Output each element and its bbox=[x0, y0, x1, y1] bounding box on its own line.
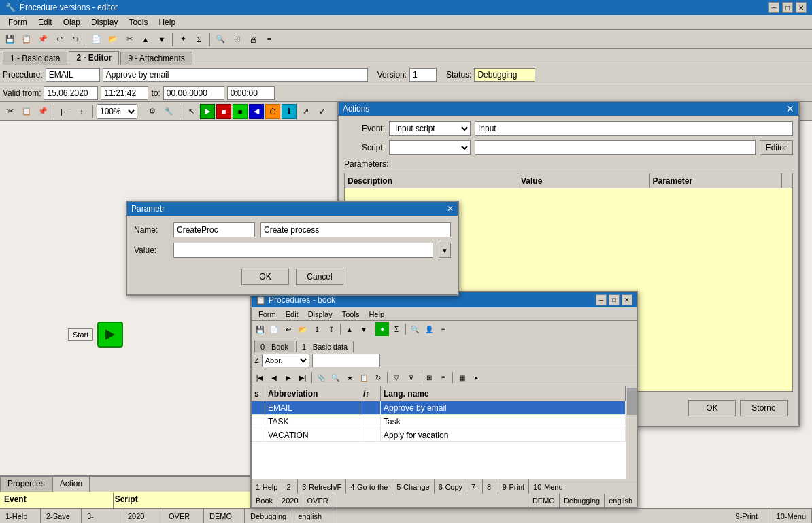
book-open-btn[interactable]: 📂 bbox=[296, 322, 309, 336]
book-status-refresh[interactable]: 3-Refresh/F bbox=[298, 479, 346, 494]
book-menu-form[interactable]: Form bbox=[254, 309, 280, 319]
book-status-2[interactable]: 2- bbox=[282, 479, 298, 494]
menu-olap[interactable]: Olap bbox=[58, 16, 86, 29]
book-export-btn[interactable]: ↥ bbox=[310, 322, 324, 336]
zoom-select[interactable]: 100% 75% 150% bbox=[97, 104, 137, 119]
menu-display[interactable]: Display bbox=[86, 16, 123, 29]
menu-tools[interactable]: Tools bbox=[123, 16, 153, 29]
book-status-menu[interactable]: 10-Menu bbox=[529, 479, 566, 494]
param-dropdown-button[interactable]: ▼ bbox=[439, 243, 451, 258]
start-play-node[interactable] bbox=[97, 322, 123, 348]
tool-special-1[interactable]: ✦ bbox=[175, 32, 190, 47]
info-btn[interactable]: ℹ bbox=[282, 104, 297, 119]
valid-to-time-input[interactable] bbox=[227, 86, 275, 100]
valid-to-date-input[interactable] bbox=[163, 86, 224, 100]
nav-filter-btn[interactable]: ▽ bbox=[390, 371, 403, 384]
param-description-input[interactable] bbox=[260, 222, 451, 237]
status-save[interactable]: 2-Save bbox=[41, 509, 82, 523]
save-button[interactable]: 💾 bbox=[3, 32, 18, 47]
book-status-8[interactable]: 8- bbox=[483, 479, 498, 494]
nav-sort-btn[interactable]: ⊞ bbox=[422, 371, 436, 384]
copy-editor-btn[interactable]: 📋 bbox=[19, 104, 34, 119]
book-menu-edit[interactable]: Edit bbox=[282, 309, 303, 319]
status-print[interactable]: 9-Print bbox=[730, 509, 771, 523]
paste-editor-btn[interactable]: 📌 bbox=[35, 104, 50, 119]
book-undo-btn[interactable]: ↩ bbox=[282, 322, 295, 336]
param-name-input[interactable] bbox=[173, 222, 255, 237]
tab-editor[interactable]: 2 - Editor bbox=[69, 51, 119, 65]
expand-btn[interactable]: ↗ bbox=[298, 104, 313, 119]
cut-button[interactable]: ✂ bbox=[122, 32, 137, 47]
book-green-btn[interactable]: ✦ bbox=[375, 322, 389, 336]
nav-filter2-btn[interactable]: ⊽ bbox=[404, 371, 418, 384]
param-value-input[interactable] bbox=[173, 243, 433, 258]
nav-grid-btn[interactable]: ▦ bbox=[455, 371, 469, 384]
minimize-button[interactable]: ─ bbox=[768, 2, 779, 13]
book-person-btn[interactable]: 👤 bbox=[422, 322, 436, 336]
actions-storno-button[interactable]: Storno bbox=[740, 400, 788, 416]
open-button[interactable]: 📂 bbox=[105, 32, 120, 47]
print-button[interactable]: 🖨 bbox=[246, 32, 260, 47]
event-input[interactable] bbox=[475, 121, 793, 136]
book-down-btn[interactable]: ▼ bbox=[357, 322, 371, 336]
play-btn[interactable]: ▶ bbox=[200, 104, 215, 119]
book-status-help[interactable]: 1-Help bbox=[252, 479, 282, 494]
params-scrollbar[interactable] bbox=[781, 173, 792, 188]
tab-basic-data[interactable]: 1 - Basic data bbox=[3, 52, 67, 65]
book-scrollbar[interactable] bbox=[626, 386, 637, 479]
nav-more-btn[interactable]: ▸ bbox=[469, 371, 483, 384]
book-close-btn[interactable]: ✕ bbox=[622, 294, 632, 305]
param-cancel-button[interactable]: Cancel bbox=[296, 269, 343, 285]
status-3[interactable]: 3- bbox=[82, 509, 122, 523]
valid-from-date-input[interactable] bbox=[44, 86, 98, 100]
status-input[interactable] bbox=[474, 68, 535, 82]
book-up-btn[interactable]: ▲ bbox=[343, 322, 356, 336]
book-save-btn[interactable]: 💾 bbox=[253, 322, 267, 336]
search-input[interactable] bbox=[312, 354, 380, 367]
maximize-button[interactable]: □ bbox=[782, 2, 793, 13]
cursor-btn[interactable]: ↖ bbox=[184, 104, 199, 119]
actions-close-button[interactable]: ✕ bbox=[786, 103, 794, 114]
nav-copy-btn[interactable]: 📋 bbox=[357, 371, 371, 384]
book-status-print[interactable]: 9-Print bbox=[498, 479, 529, 494]
book-tab-1[interactable]: 1 - Basic data bbox=[296, 341, 354, 352]
nav-star-btn[interactable]: ★ bbox=[343, 371, 356, 384]
cut-editor-btn[interactable]: ✂ bbox=[3, 104, 18, 119]
nav-prev-btn[interactable]: ◀ bbox=[267, 371, 281, 384]
filter-button[interactable]: ⊞ bbox=[229, 32, 244, 47]
nav-first-btn[interactable]: |◀ bbox=[253, 371, 267, 384]
undo-button[interactable]: ↩ bbox=[52, 32, 67, 47]
book-status-copy[interactable]: 6-Copy bbox=[435, 479, 467, 494]
nav-sort2-btn[interactable]: ≡ bbox=[437, 371, 450, 384]
nav-last-btn[interactable]: ▶| bbox=[296, 371, 309, 384]
indent2-btn[interactable]: ↕ bbox=[74, 104, 89, 119]
book-new-btn[interactable]: 📄 bbox=[267, 322, 281, 336]
copy-button[interactable]: 📋 bbox=[19, 32, 34, 47]
collapse-btn[interactable]: ↙ bbox=[314, 104, 329, 119]
book-list-btn[interactable]: ≡ bbox=[437, 322, 450, 336]
book-menu-tools[interactable]: Tools bbox=[338, 309, 364, 319]
list-button[interactable]: ≡ bbox=[262, 32, 277, 47]
version-input[interactable] bbox=[409, 68, 437, 82]
book-maximize-btn[interactable]: □ bbox=[609, 294, 620, 305]
procedure-name-input[interactable] bbox=[103, 68, 368, 82]
abbr-select[interactable]: Abbr. bbox=[262, 354, 309, 367]
nav-paste-btn[interactable]: ↻ bbox=[371, 371, 385, 384]
nav-attach-btn[interactable]: 📎 bbox=[314, 371, 328, 384]
wrench-btn[interactable]: 🔧 bbox=[161, 104, 176, 119]
left-btn[interactable]: ◀ bbox=[249, 104, 264, 119]
procedure-code-input[interactable] bbox=[46, 68, 100, 82]
actions-ok-button[interactable]: OK bbox=[688, 400, 736, 416]
script-input[interactable] bbox=[475, 140, 756, 155]
book-sigma-btn[interactable]: Σ bbox=[390, 322, 403, 336]
sigma-button[interactable]: Σ bbox=[192, 32, 207, 47]
table-row[interactable]: VACATION Apply for vacation bbox=[252, 428, 626, 442]
table-row[interactable]: EMAIL Approve by email bbox=[252, 401, 626, 415]
arrow-up-button[interactable]: ▲ bbox=[138, 32, 153, 47]
book-minimize-btn[interactable]: ─ bbox=[596, 294, 607, 305]
valid-from-time-input[interactable] bbox=[101, 86, 148, 100]
action-tab[interactable]: Action bbox=[52, 477, 90, 492]
book-import-btn[interactable]: ↧ bbox=[324, 322, 338, 336]
properties-tab[interactable]: Properties bbox=[0, 477, 52, 492]
book-menu-display[interactable]: Display bbox=[304, 309, 337, 319]
